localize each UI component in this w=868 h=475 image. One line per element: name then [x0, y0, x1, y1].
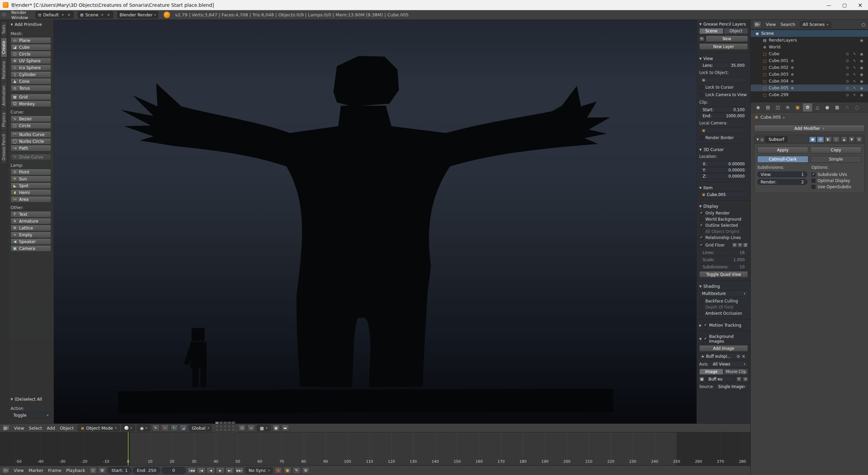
shading-option-checkbox[interactable]: Depth Of Field [699, 304, 748, 310]
layer-toggle[interactable] [215, 428, 219, 431]
panel-header-add-primitive[interactable]: ▼ Add Primitive [11, 22, 51, 27]
renderability-camera-icon[interactable]: ◉ [859, 38, 864, 43]
keying-set-icon[interactable]: ⊞ [302, 467, 310, 474]
selectability-cursor-icon[interactable]: ↖ [852, 59, 857, 63]
grid-lines-field[interactable]: Lines: 16 [699, 250, 748, 255]
draw-curve-button[interactable]: ✎ Draw Curve [11, 154, 51, 160]
gp-new-data-button[interactable]: New [706, 35, 748, 42]
shading-option-checkbox[interactable]: Ambient Occlusion [699, 310, 748, 316]
timeline-menu-item[interactable]: Playback [64, 468, 88, 473]
menubar-item[interactable]: File [8, 5, 31, 10]
toolshelf-tab[interactable]: Relations [1, 58, 7, 83]
grid-axis-toggle[interactable]: Y [737, 243, 743, 248]
screen-layout-close-button[interactable]: × [67, 13, 71, 17]
object-name[interactable]: World [769, 45, 780, 49]
layer-toggle[interactable] [219, 428, 223, 431]
layer-toggle[interactable] [215, 421, 219, 425]
playback-button[interactable]: ▶▶| [235, 467, 244, 474]
grid-subdivisions-field[interactable]: Subdivisions: 10 [699, 264, 748, 270]
axis-dropdown[interactable]: All Views ▾ [710, 361, 748, 367]
add-object-button[interactable]: ▣ Camera [11, 245, 51, 252]
properties-tab-icon[interactable]: ◌ [852, 103, 862, 112]
object-name[interactable]: Cube.004 [769, 79, 789, 84]
add-mesh-button[interactable]: ▯ Cylinder [11, 71, 51, 78]
filter-icon[interactable]: ○ [862, 22, 865, 27]
add-mesh-button[interactable]: ◎ Torus [11, 85, 51, 91]
visibility-eye-icon[interactable] [845, 38, 850, 43]
opengl-render-animation-button[interactable]: ▬ [282, 425, 289, 431]
playback-button[interactable]: ◀ [206, 467, 215, 474]
close-icon[interactable]: × [742, 354, 745, 359]
checkbox-icon[interactable] [703, 323, 707, 327]
sync-mode-dropdown[interactable]: No Sync ▾ [245, 467, 273, 474]
grid-floor-checkbox[interactable]: Grid Floor XYZ [699, 242, 748, 248]
add-lamp-button[interactable]: ▭ Area [11, 196, 51, 203]
lens-field[interactable]: Lens: 35.000 [699, 62, 748, 68]
add-mesh-button[interactable]: ▭ Plane [11, 37, 51, 44]
eye-icon[interactable]: ⊙ [737, 354, 740, 359]
properties-tab-icon[interactable]: ▤ [763, 103, 773, 112]
layer-toggle[interactable] [219, 425, 223, 428]
screen-layout-selector[interactable]: ▤ Default + × [35, 11, 74, 18]
object-name[interactable]: Cube.001 [769, 58, 789, 63]
properties-tab-icon[interactable]: ▦ [833, 103, 842, 112]
layer-toggle[interactable] [223, 425, 227, 428]
selectability-cursor-icon[interactable]: ↖ [852, 93, 857, 97]
shading-option-checkbox[interactable]: Backface Culling [699, 298, 748, 304]
outliner-menu-item[interactable]: Search [778, 22, 798, 27]
object-name[interactable]: Cube.299 [769, 92, 789, 97]
properties-tab-icon[interactable]: ◉ [753, 103, 763, 112]
add-lamp-button[interactable]: ◖ Hemi [11, 189, 51, 196]
lock-camera-to-view-checkbox[interactable]: Lock Camera to View [699, 92, 748, 98]
breadcrumb-object-name[interactable]: Cube.005 [760, 115, 781, 120]
local-camera-field[interactable]: ▣ [699, 128, 748, 133]
render-border-checkbox[interactable]: Render Border [699, 135, 748, 141]
toggle-quad-view-button[interactable]: Toggle Quad View [699, 271, 748, 278]
layer-toggle[interactable] [215, 425, 219, 428]
outliner-scope-dropdown[interactable]: All Scenes ▾ [800, 21, 832, 28]
properties-tab-icon[interactable]: ∴ [842, 103, 852, 112]
viewport-menu-item[interactable]: Add [44, 426, 57, 431]
viewport-menu-item[interactable]: Select [27, 426, 45, 431]
renderability-camera-icon[interactable]: ◉ [859, 52, 864, 56]
outliner-row[interactable]: ▢ Cube.299 ⊙ ↖ ◉ [751, 91, 868, 98]
editor-type-button[interactable]: ◷▾ [2, 467, 10, 474]
modifier-visibility-toggle[interactable]: ▣ [809, 136, 816, 143]
move-modifier-down-button[interactable]: ▼ [849, 136, 855, 143]
layer-toggle[interactable] [223, 421, 227, 425]
grid-axis-toggle[interactable]: X [732, 243, 737, 248]
selectability-cursor-icon[interactable]: ↖ [852, 79, 857, 84]
panel-header-shading[interactable]: ▼Shading [699, 284, 748, 289]
pivot-point-dropdown[interactable]: ◉ ▾ [137, 425, 150, 431]
cursor-z-field[interactable]: Z: 0.00000 [699, 173, 748, 179]
gp-source-tab[interactable]: Scene [699, 28, 723, 34]
render-engine-selector[interactable]: Blender Render ▾ [117, 11, 158, 18]
close-button[interactable]: × [852, 0, 868, 10]
layer-toggle[interactable] [223, 428, 227, 431]
selectability-cursor-icon[interactable]: ↖ [852, 72, 857, 77]
add-modifier-dropdown[interactable]: Add Modifier ▾ [754, 125, 865, 132]
new-layer-button[interactable]: New Layer [699, 43, 748, 50]
renderability-camera-icon[interactable]: ◉ [859, 59, 864, 63]
source-dropdown[interactable]: Single Image ▾ [715, 383, 748, 390]
add-object-button[interactable]: + Empty [11, 232, 51, 238]
display-option-checkbox[interactable]: World Background [699, 216, 748, 222]
visibility-eye-icon[interactable]: ⊙ [845, 65, 850, 70]
outliner-row[interactable]: ▢ Cube ⊙ ↖ ◉ [751, 50, 868, 57]
cursor-y-field[interactable]: Y: 0.00000 [699, 167, 748, 173]
object-name[interactable]: RenderLayers [769, 38, 797, 43]
display-option-checkbox[interactable]: All Object Origins [699, 228, 748, 235]
scene-selector[interactable]: ▦ Scene + × [78, 11, 113, 18]
outliner-row[interactable]: ▢ Cube.003 ⚙ ⊙ ↖ ◉ [751, 71, 868, 78]
transform-orientation-dropdown[interactable]: Global ▾ [189, 425, 212, 431]
minimize-button[interactable]: — [821, 0, 837, 10]
add-object-button[interactable]: ⋔ Armature [11, 218, 51, 224]
opengl-render-image-button[interactable]: ▣ [272, 425, 280, 431]
menubar-item[interactable]: Render [8, 10, 31, 15]
selectability-cursor-icon[interactable] [852, 38, 857, 43]
panel-header-display[interactable]: ▼Display [699, 204, 748, 209]
background-source-tab[interactable]: Movie Clip [724, 369, 748, 375]
add-curve-button[interactable]: ○ Circle [11, 122, 51, 129]
panel-header-motion-tracking[interactable]: ▶ Motion Tracking [699, 323, 748, 328]
selectability-cursor-icon[interactable]: ↖ [852, 65, 857, 70]
